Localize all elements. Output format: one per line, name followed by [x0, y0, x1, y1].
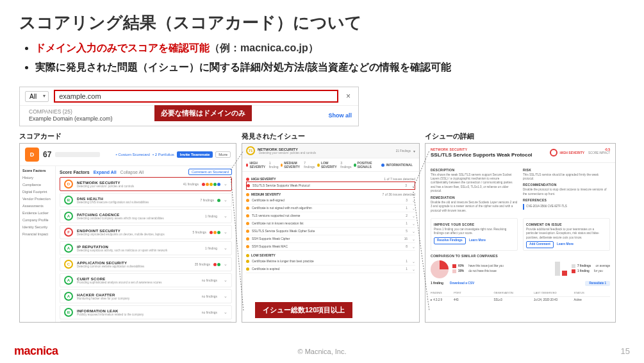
- issue-row[interactable]: SSL/TLS Service Supports Weak Protocol3⌄: [246, 182, 415, 190]
- factors-title: Score Factors: [60, 170, 90, 174]
- issue-total-findings: 21 Findings: [396, 149, 411, 153]
- factor-row[interactable]: BINFORMATION LEAKPublicly exposed inform…: [60, 305, 232, 319]
- sidebar-item[interactable]: Company Profile: [22, 218, 53, 222]
- grade-ring-icon: C: [64, 260, 73, 269]
- rem-text: Disable the old and insecure Secure Sock…: [431, 201, 518, 213]
- severity-ring-icon: [550, 149, 557, 156]
- improve-text: Press 1 finding you can investigate righ…: [434, 228, 515, 236]
- grade-ring-icon: A: [64, 292, 73, 301]
- download-csv-link[interactable]: Download a CSV: [450, 282, 474, 286]
- learn-more-link2[interactable]: Learn More: [557, 242, 574, 246]
- issue-row[interactable]: SSL/TLS Service Supports Weak Cipher Sui…: [246, 228, 415, 235]
- issue-row[interactable]: SSH Supports Weak MAC8⌄: [246, 243, 415, 251]
- sidebar-item[interactable]: Identity Security: [22, 225, 53, 229]
- chevron-down-icon[interactable]: ⌄: [224, 310, 227, 315]
- pie-chart: [431, 260, 449, 278]
- detail-title: SSL/TLS Service Supports Weak Protocol: [431, 152, 546, 158]
- issue-row[interactable]: Certificate lifetime is longer than best…: [246, 258, 415, 266]
- desc-text: This shows the weak SSL/TLS servers supp…: [431, 173, 518, 194]
- resolve-findings-button[interactable]: Resolve Findings: [434, 237, 466, 244]
- macnica-logo: macnica: [14, 344, 58, 358]
- leg1-val: 60%: [458, 264, 464, 268]
- factor-row[interactable]: DNETWORK SECURITYDetecting your vendors'…: [60, 177, 232, 191]
- chevron-down-icon[interactable]: ⌄: [224, 230, 227, 235]
- comment-heading: COMMENT ON ISSUE: [526, 223, 607, 227]
- sidebar-item[interactable]: Vendor Protection: [22, 197, 53, 201]
- bullet-1: ドメイン入力のみでスコアを確認可能（例：macnica.co.jp）: [35, 40, 618, 56]
- leg1-txt: have this issue just like you: [468, 264, 504, 268]
- sidebar-item[interactable]: Compliance: [22, 183, 53, 187]
- category-header: POSITIVE SIGNALS: [354, 161, 379, 169]
- detail-screenshot: NETWORK SECURITY SSL/TLS Service Support…: [425, 143, 616, 323]
- factor-subtitle: Detecting suspicious activity, such as m…: [77, 249, 167, 252]
- severity-dots: [213, 263, 220, 266]
- factor-row[interactable]: AIP REPUTATIONDetecting suspicious activ…: [60, 241, 232, 255]
- search-input[interactable]: example.com: [54, 90, 338, 103]
- ref-item[interactable]: CVE-2014-3566 CVE-IETF-TLS: [523, 204, 610, 209]
- label-issues: 発見されたイシュー: [242, 131, 420, 141]
- leg3-txt: on average: [595, 264, 610, 268]
- more-button[interactable]: More: [215, 151, 231, 158]
- comment-scorecard-button[interactable]: Comment on Scorecard: [188, 169, 232, 175]
- chevron-down-icon[interactable]: ⌄: [224, 294, 227, 299]
- show-all-link[interactable]: Show all: [328, 112, 352, 119]
- factor-row[interactable]: BSOCIAL ENGINEERINGMeasuring company awa…: [60, 321, 232, 323]
- chevron-down-icon[interactable]: ⌄: [224, 262, 227, 267]
- sidebar-item[interactable]: Assessments: [22, 204, 53, 208]
- factor-row[interactable]: FENDPOINT SECURITYDetecting unprotected …: [60, 225, 232, 239]
- issue-row[interactable]: TLS versions supported not diverse2⌄: [246, 212, 415, 220]
- grade-ring-icon: D: [64, 180, 73, 189]
- expand-all[interactable]: Expand All: [94, 170, 117, 174]
- findings-count: no findings: [202, 294, 217, 298]
- company-name-redacted: [55, 152, 100, 157]
- grade-ring-icon: A: [64, 212, 73, 221]
- chevron-down-icon[interactable]: ⌄: [224, 214, 227, 219]
- search-result-item[interactable]: Example Domain (example.com): [29, 115, 113, 122]
- sidebar-item[interactable]: Financial Impact: [22, 232, 53, 236]
- legend-sq-icon: [452, 269, 456, 273]
- factor-subtitle: Providing sophisticated analysis around …: [77, 281, 162, 284]
- finding-table-row[interactable]: ▸ 4.3.2.9443SSLv3Jul 24, 2020 20:43Activ…: [431, 297, 610, 303]
- factor-row[interactable]: APATCHING CADENCEDetecting outdated comp…: [60, 209, 232, 223]
- sidebar-item[interactable]: Evidence Locker: [22, 211, 53, 215]
- issue-row[interactable]: Certificate is expired1⌄: [246, 266, 415, 273]
- grade-ring-icon: B: [64, 196, 73, 205]
- severity-label: HIGH SEVERITY: [559, 151, 584, 155]
- bar-compare: [554, 262, 568, 277]
- issue-row[interactable]: Certificate is self-signed3⌄: [246, 197, 415, 205]
- issue-row[interactable]: Certificate is not signed with much algo…: [246, 205, 415, 212]
- chevron-down-icon[interactable]: ▾: [413, 149, 415, 153]
- head-link-custom[interactable]: • Custom Scorecard: [116, 153, 150, 156]
- severity-section-header: MEDIUM SEVERITY7 of 36 issues detected: [246, 192, 415, 196]
- sidebar-item[interactable]: Score Factors: [22, 169, 53, 173]
- legend-sq-icon: [452, 264, 456, 268]
- issue-row[interactable]: SSH Supports Weak Cipher16⌄: [246, 235, 415, 243]
- risk-text: This SSL/TLS service should be upgraded …: [523, 173, 610, 182]
- remediate-button[interactable]: Remediate 1: [585, 281, 610, 286]
- sidebar-item[interactable]: Digital Footprint: [22, 190, 53, 194]
- chevron-down-icon[interactable]: ⌄: [224, 182, 227, 187]
- add-comment-button[interactable]: Add Comment: [526, 241, 554, 248]
- factor-subtitle: Detecting common website application vul…: [77, 265, 144, 268]
- detail-category: NETWORK SECURITY: [431, 148, 546, 151]
- findings-count: no findings: [202, 310, 217, 314]
- collapse-all[interactable]: Collapse All: [120, 170, 144, 174]
- factor-subtitle: Detecting unprotected endpoints on devic…: [77, 233, 165, 236]
- issue-row[interactable]: Certificate not in known revocation list…: [246, 220, 415, 228]
- factor-row[interactable]: BDNS HEALTHDetecting DNS insecure config…: [60, 193, 232, 207]
- factor-row[interactable]: AHACKER CHATTERMonitoring hacker sites f…: [60, 289, 232, 303]
- factor-row[interactable]: ACUBIT SCOREProviding sophisticated anal…: [60, 273, 232, 287]
- head-link-portfolios[interactable]: • 2 Portfolios: [153, 153, 174, 156]
- close-icon[interactable]: ×: [343, 92, 353, 101]
- chevron-down-icon[interactable]: ⌄: [224, 198, 227, 203]
- page-number: 15: [621, 346, 630, 356]
- search-scope-dropdown[interactable]: All: [25, 91, 49, 102]
- chevron-down-icon[interactable]: ⌄: [224, 246, 227, 251]
- chevron-down-icon[interactable]: ⌄: [224, 278, 227, 283]
- factor-row[interactable]: CAPPLICATION SECURITYDetecting common we…: [60, 257, 232, 271]
- learn-more-link[interactable]: Learn More: [469, 239, 486, 242]
- sidebar-item[interactable]: History: [22, 176, 53, 180]
- bullet-list: ドメイン入力のみでスコアを確認可能（例：macnica.co.jp） 実際に発見…: [0, 40, 644, 84]
- invite-button[interactable]: Invite Teammate: [177, 151, 213, 158]
- label-scorecard: スコアカード: [19, 131, 236, 141]
